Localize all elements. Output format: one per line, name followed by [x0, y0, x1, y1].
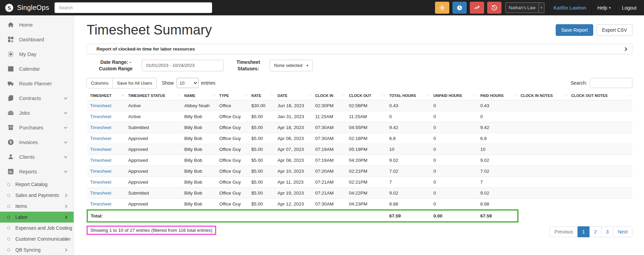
user-menu[interactable]: Kaitlin Lawton — [548, 0, 592, 15]
sidebar-subitem-report-catalog[interactable]: Report Catalog — [0, 179, 74, 190]
table-search-input[interactable] — [590, 78, 632, 88]
columns-button[interactable]: Columns — [87, 78, 113, 88]
dashboard-icon — [6, 36, 15, 43]
column-header-paid-hours[interactable]: PAID HOURS↑↓ — [478, 92, 518, 100]
save-for-all-users-button[interactable]: Save for All Users — [113, 78, 156, 88]
logout-button[interactable]: Logout — [616, 0, 644, 15]
sidebar-item-contracts[interactable]: Contracts — [0, 91, 74, 105]
history-button[interactable] — [487, 2, 501, 14]
column-header-clock-out[interactable]: CLOCK OUT↑↓ — [346, 92, 386, 100]
timesheet-link[interactable]: Timesheet — [90, 201, 111, 207]
singleops-logo[interactable]: S SingleOps — [0, 3, 55, 13]
timesheet-link[interactable]: Timesheet — [90, 125, 111, 130]
column-header-clock-in-notes[interactable]: CLOCK IN NOTES↑↓ — [518, 92, 569, 100]
sort-icon: ↑↓ — [342, 93, 344, 97]
clock-button[interactable] — [452, 2, 467, 14]
circle-bullet-icon — [7, 238, 10, 241]
sidebar-subitem-customer-communication[interactable]: Customer Communication — [0, 233, 74, 244]
export-csv-button[interactable]: Export CSV — [597, 24, 632, 36]
timesheet-link[interactable]: Timesheet — [90, 147, 111, 152]
statuses-dropdown[interactable]: None selected ▾ — [270, 60, 313, 71]
page-size-select[interactable]: 10 — [177, 78, 198, 88]
date-range-label: Date Range: - Custom Range — [99, 59, 133, 72]
sidebar-item-jobs[interactable]: Jobs — [0, 105, 74, 120]
pagination-page-2[interactable]: 2 — [589, 226, 602, 237]
table-row: TimesheetApprovedBilly BobOffice Guy$5.0… — [87, 155, 632, 166]
trend-icon — [474, 4, 480, 11]
caret-down-icon: ▾ — [539, 3, 544, 13]
column-header-clock-in[interactable]: CLOCK IN↑↓ — [312, 92, 346, 100]
sun-button[interactable] — [435, 2, 449, 14]
chevron-right-icon[interactable] — [623, 47, 627, 51]
chevron-right-icon — [64, 204, 68, 208]
trend-button[interactable] — [470, 2, 484, 14]
chevron-right-icon — [64, 248, 68, 252]
dollar-icon: $ — [6, 139, 15, 146]
total-hours-value: 67.59 — [387, 210, 431, 222]
sidebar-subitem-expenses-and-job-costing[interactable]: Expenses and Job Costing — [0, 223, 74, 233]
column-header-rate[interactable]: RATE↑↓ — [249, 92, 275, 100]
table-row: TimesheetActiveAbbey NoahOffice$30.00Jun… — [87, 100, 632, 111]
sidebar-item-reports[interactable]: Reports — [0, 164, 74, 179]
column-header-name[interactable]: NAME↑↓ — [182, 92, 216, 100]
sidebar-item-invoices[interactable]: $ Invoices — [0, 135, 74, 150]
column-header-type[interactable]: TYPE↑↓ — [216, 92, 249, 100]
pagination-page-3[interactable]: 3 — [601, 226, 613, 237]
timesheet-link[interactable]: Timesheet — [90, 169, 111, 174]
top-navbar: S SingleOps Nathan's Law ▾ Kaitlin Lawto… — [0, 0, 644, 15]
pagination-previous[interactable]: Previous — [550, 226, 578, 237]
help-menu[interactable]: Help▾ — [591, 0, 616, 15]
truck-icon — [6, 80, 15, 87]
page-title: Timesheet Summary — [87, 22, 212, 38]
person-icon — [6, 153, 15, 160]
timesheet-link[interactable]: Timesheet — [90, 114, 111, 119]
sidebar-subitem-items[interactable]: Items — [0, 201, 74, 212]
history-icon — [491, 4, 498, 11]
contract-icon — [6, 95, 15, 102]
pagination-page-1[interactable]: 1 — [578, 226, 590, 237]
sidebar-item-clients[interactable]: Clients — [0, 150, 74, 164]
chevron-down-icon — [64, 125, 68, 129]
timesheet-link[interactable]: Timesheet — [90, 158, 111, 163]
sort-icon: ↑↓ — [308, 93, 311, 97]
caret-down-icon: ▾ — [609, 6, 611, 10]
total-label: Total: — [87, 210, 387, 222]
sidebar-item-route-planner[interactable]: Route Planner — [0, 76, 74, 91]
column-header-unpaid-hours[interactable]: UNPAID HOURS↑↓ — [431, 92, 478, 100]
sidebar-item-purchases[interactable]: Purchases — [0, 120, 74, 135]
column-header-total-hours[interactable]: TOTAL HOURS↑↓ — [387, 92, 431, 100]
column-header-date[interactable]: DATE↑↓ — [275, 92, 312, 100]
column-header-timesheet[interactable]: TIMESHEET↑↓ — [87, 92, 125, 100]
global-search-input[interactable] — [55, 2, 212, 13]
timesheet-link[interactable]: Timesheet — [90, 190, 111, 196]
sidebar-subitem-labor[interactable]: Labor — [0, 212, 74, 223]
pagination-next[interactable]: Next — [613, 226, 632, 237]
table-row: TimesheetApprovedBilly BobOffice Guy$5.0… — [87, 133, 632, 144]
sidebar-item-my-day[interactable]: My Day — [0, 47, 74, 61]
timesheet-link[interactable]: Timesheet — [90, 180, 111, 185]
column-header-timesheet-status[interactable]: TIMESHEET STATUS↑↓ — [125, 92, 182, 100]
unpaid-hours-value: 0.00 — [431, 210, 478, 222]
sort-icon: ↑↓ — [513, 93, 516, 97]
circle-bullet-icon — [7, 249, 10, 252]
sort-icon: ↑↓ — [212, 93, 215, 97]
table-row: TimesheetApprovedBilly BobOffice Guy$5.0… — [87, 144, 632, 155]
chevron-right-icon — [64, 194, 68, 197]
company-selector[interactable]: Nathan's Law ▾ — [505, 2, 544, 13]
main-content: Timesheet Summary Save Report Export CSV… — [74, 15, 644, 255]
sidebar-item-calendar[interactable]: Calendar — [0, 61, 74, 76]
sidebar-item-dashboard[interactable]: Dashboard — [0, 32, 74, 47]
sidebar-subitem-qb-syncing[interactable]: QB Syncing — [0, 244, 74, 255]
column-header-clock-out-notes[interactable]: CLOCK OUT NOTES↑↓ — [569, 92, 632, 100]
clock-icon — [456, 4, 463, 11]
report-description-panel[interactable]: Report of clocked-in time for labor reso… — [87, 44, 632, 54]
timesheet-link[interactable]: Timesheet — [90, 136, 111, 141]
table-row: TimesheetApprovedBilly BobOffice Guy$5.0… — [87, 198, 632, 210]
timesheet-link[interactable]: Timesheet — [90, 103, 111, 108]
sidebar-subitem-sales-and-payments[interactable]: Sales and Payments — [0, 190, 74, 201]
sidebar: Home Dashboard My Day Calendar Route Pla… — [0, 15, 74, 255]
pagination: Previous123Next — [550, 226, 632, 237]
sidebar-item-home[interactable]: Home — [0, 17, 74, 32]
save-report-button[interactable]: Save Report — [556, 24, 593, 36]
date-range-input[interactable] — [142, 60, 224, 71]
